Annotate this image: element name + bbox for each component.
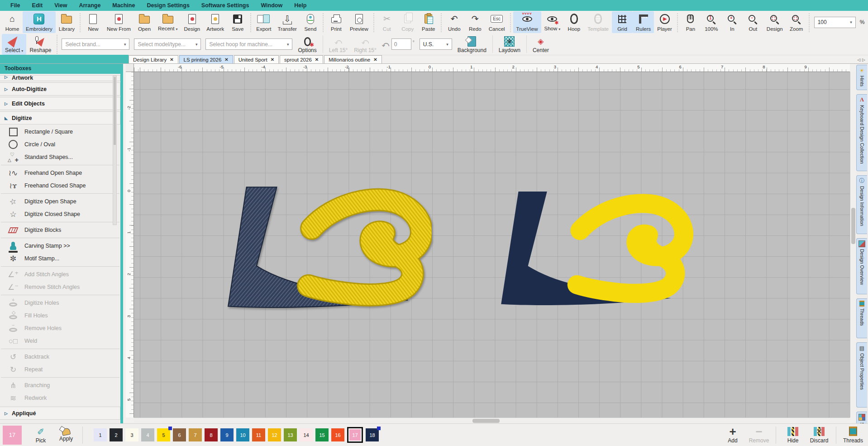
color-swatch-7[interactable]: 7 — [189, 428, 202, 441]
embroidery-button[interactable]: HEmbroidery — [23, 11, 56, 33]
toolbox-header-appliqu[interactable]: ▷Appliqué — [0, 407, 120, 419]
docker-tab-object-properties[interactable]: ▤Object Properties — [856, 342, 867, 408]
toolbox-header-digitize[interactable]: ◣Digitize — [0, 112, 120, 124]
print-button[interactable]: Print — [326, 11, 347, 33]
stitched-ls-logo[interactable] — [224, 186, 432, 316]
tool-digitize-blocks[interactable]: Digitize Blocks — [0, 224, 120, 236]
color-swatch-15[interactable]: 15 — [315, 428, 329, 441]
color-swatch-3[interactable]: 3 — [125, 428, 138, 441]
export-button[interactable]: Export — [253, 11, 274, 33]
design-button[interactable]: Design — [763, 11, 786, 33]
machine-model-combobox[interactable]: Select model/type...▾ — [134, 38, 201, 50]
units-combobox[interactable]: U.S.▾ — [420, 38, 452, 50]
recent-button[interactable]: Recent▾ — [155, 11, 181, 33]
tool-freehand-open-shape[interactable]: ≀∿Freehand Open Shape — [0, 167, 120, 179]
tab-scroll-left-icon[interactable]: ◁ — [857, 58, 860, 62]
menu-file[interactable]: File — [5, 2, 26, 9]
tool-freehand-closed-shape[interactable]: ≀ɤFreehand Closed Shape — [0, 179, 120, 192]
color-swatch-10[interactable]: 10 — [236, 428, 249, 441]
pan-button[interactable]: Pan — [680, 11, 701, 33]
color-swatch-13[interactable]: 13 — [284, 428, 297, 441]
zoom-button[interactable]: Zoom — [786, 11, 807, 33]
menu-design-settings[interactable]: Design Settings — [141, 2, 195, 9]
pick-color-button[interactable]: ✐Pick — [28, 427, 53, 444]
zoom-level-combobox[interactable]: 100▾ — [814, 17, 856, 28]
show-button[interactable]: Show▾ — [541, 11, 564, 33]
design-canvas[interactable] — [134, 72, 850, 417]
tool-digitize-open-shape[interactable]: ☆Digitize Open Shape — [0, 195, 120, 208]
tab-close-icon[interactable]: ✕ — [224, 57, 228, 62]
redo-button[interactable]: ↷Redo — [465, 11, 486, 33]
color-swatch-6[interactable]: 6 — [173, 428, 186, 441]
transfer-button[interactable]: ⇩Transfer — [275, 11, 300, 33]
design-button[interactable]: Design — [181, 11, 203, 33]
menu-help[interactable]: Help — [288, 2, 312, 9]
out-button[interactable]: −Out — [743, 11, 763, 33]
toolbox-header-edit-objects[interactable]: ▷Edit Objects — [0, 97, 120, 110]
color-swatch-1[interactable]: 1 — [94, 428, 107, 441]
color-swatch-12[interactable]: 12 — [268, 428, 281, 441]
canvas-vscrollbar[interactable] — [850, 72, 856, 417]
save-button[interactable]: Save — [227, 11, 248, 33]
tab-ls-printing-2026[interactable]: LS printing 2026✕ — [179, 55, 233, 63]
library-button[interactable]: Library — [56, 11, 78, 33]
tab-millonarios-outline[interactable]: Millonarios outline✕ — [324, 55, 382, 63]
tool-digitize-closed-shape[interactable]: ☆Digitize Closed Shape — [0, 208, 120, 221]
toolbox-header-auto-digitize[interactable]: ▷Auto-Digitize — [0, 83, 120, 95]
menu-edit[interactable]: Edit — [26, 2, 49, 9]
current-color-swatch[interactable]: 17 — [3, 426, 22, 445]
toolbox-header-artwork[interactable]: ▷Artwork — [0, 75, 120, 81]
options-button[interactable]: Options — [295, 34, 320, 54]
laydown-button[interactable]: ✻Laydown — [496, 34, 524, 54]
open-button[interactable]: Open — [134, 11, 155, 33]
player-button[interactable]: ▶Player — [654, 11, 675, 33]
sidebar-scrollbar[interactable] — [113, 76, 117, 225]
new-button[interactable]: New — [83, 11, 104, 33]
canvas-hscrollbar-thumb[interactable] — [472, 419, 500, 423]
background-button[interactable]: Background — [454, 34, 490, 54]
paste-button[interactable]: Paste — [418, 11, 439, 33]
color-swatch-16[interactable]: 16 — [331, 428, 344, 441]
trueview-button[interactable]: vvvvTrueView — [513, 11, 541, 33]
color-swatch-11[interactable]: 11 — [252, 428, 265, 441]
cancel-button[interactable]: EscCancel — [486, 11, 508, 33]
docker-tab-design-information[interactable]: ⓘDesign Information — [856, 175, 867, 234]
discard-color-button[interactable]: ✕Discard — [806, 427, 832, 444]
docker-tab-hints[interactable]: ☀Hints — [856, 65, 867, 90]
machine-hoop-combobox[interactable]: Select hoop for machine...▾ — [205, 38, 292, 50]
tab-design-library[interactable]: Design Library✕ — [129, 55, 178, 63]
tab-close-icon[interactable]: ✕ — [373, 57, 377, 62]
tool-circle-oval[interactable]: Circle / Oval — [0, 138, 120, 151]
tab-close-icon[interactable]: ✕ — [170, 57, 173, 62]
center-button[interactable]: ◈Center — [529, 34, 552, 54]
add-color-button[interactable]: +Add — [720, 427, 746, 444]
docker-tab-keyboard-design-collection[interactable]: AKeyboard Design Collection — [856, 94, 867, 171]
hide-color-button[interactable]: Hide — [780, 427, 806, 444]
tab-united-sport[interactable]: United Sport✕ — [234, 55, 279, 63]
color-swatch-2[interactable]: 2 — [110, 428, 123, 441]
tool-rectangle-square[interactable]: Rectangle / Square — [0, 125, 120, 138]
threads-color-button[interactable]: Threads — [840, 427, 866, 444]
select-tool-button[interactable]: Select▾ — [2, 34, 26, 55]
color-swatch-14[interactable]: 14 — [300, 428, 313, 441]
100-button[interactable]: 1100% — [701, 11, 722, 33]
docker-tab-design-overview[interactable]: Design Overview — [856, 238, 867, 294]
docker-tab-threads[interactable]: Threads — [856, 298, 867, 338]
tab-scroll-right-icon[interactable]: ▷ — [862, 58, 865, 62]
send-button[interactable]: Send — [300, 11, 321, 33]
sidebar-scrollbar-thumb[interactable] — [114, 77, 116, 145]
color-swatch-5[interactable]: 5 — [157, 428, 170, 441]
canvas-hscrollbar[interactable] — [134, 417, 850, 423]
flat-ls-logo[interactable] — [496, 191, 695, 313]
tab-close-icon[interactable]: ✕ — [271, 57, 274, 62]
new-from-button[interactable]: New From — [104, 11, 134, 33]
canvas-vscrollbar-thumb[interactable] — [851, 208, 855, 244]
home-button[interactable]: ⌂Home — [2, 11, 23, 33]
menu-machine[interactable]: Machine — [106, 2, 141, 9]
menu-arrange[interactable]: Arrange — [73, 2, 106, 9]
rulers-button[interactable]: Rulers — [633, 11, 654, 33]
reshape-tool-button[interactable]: Reshape — [26, 34, 54, 54]
color-swatch-18[interactable]: 18 — [366, 428, 379, 441]
tab-close-icon[interactable]: ✕ — [315, 57, 319, 62]
color-swatch-8[interactable]: 8 — [205, 428, 218, 441]
